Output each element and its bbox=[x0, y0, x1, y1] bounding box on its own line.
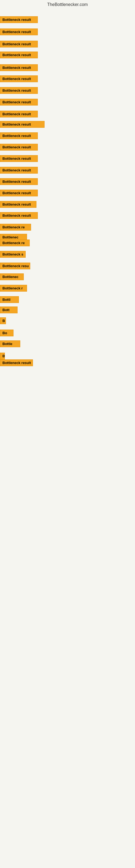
list-item: Bottleneck result bbox=[0, 178, 38, 186]
bottleneck-badge: Bottleneck result bbox=[0, 99, 38, 105]
bottleneck-badge: Bottleneck result bbox=[0, 64, 38, 71]
bottleneck-badge: Bottleneck result bbox=[0, 16, 38, 23]
list-item: Bottleneck result bbox=[0, 190, 38, 197]
list-item: Bottl bbox=[0, 296, 19, 304]
list-item: Bottleneck result bbox=[0, 212, 38, 220]
bottleneck-badge: Bottleneck result bbox=[0, 144, 38, 151]
list-item: B bbox=[0, 317, 6, 325]
bottleneck-list: Bottleneck resultBottleneck resultBottle… bbox=[0, 8, 135, 865]
bottleneck-badge: Bottleneck result bbox=[0, 360, 33, 366]
list-item: Bottleneck s bbox=[0, 251, 26, 259]
list-item: Bottleneck result bbox=[0, 52, 38, 59]
list-item: Bottleneck result bbox=[0, 41, 38, 49]
list-item: Bottle bbox=[0, 340, 20, 348]
list-item: Bott bbox=[0, 307, 17, 314]
list-item: Bottleneck result bbox=[0, 16, 38, 24]
list-item: Bottleneck resu bbox=[0, 262, 30, 271]
list-item: Bottleneck result bbox=[0, 64, 38, 72]
site-title-text: TheBottlenecker.com bbox=[47, 2, 88, 7]
bottleneck-badge: Bottleneck result bbox=[0, 212, 38, 219]
list-item: Bottleneck re bbox=[0, 224, 31, 231]
site-title: TheBottlenecker.com bbox=[0, 0, 135, 8]
bottleneck-badge: Bottleneck result bbox=[0, 132, 38, 139]
bottleneck-badge: B bbox=[0, 352, 5, 360]
bottleneck-badge: Bottleneck result bbox=[0, 190, 38, 196]
list-item: Bottleneck result bbox=[0, 29, 38, 36]
list-item: Bottleneck result bbox=[0, 132, 38, 140]
list-item: Bottleneck re bbox=[0, 240, 30, 247]
bottleneck-badge: Bottleneck result bbox=[0, 41, 38, 48]
bottleneck-badge: Bottleneck s bbox=[0, 251, 26, 258]
bottleneck-badge: Bottleneck result bbox=[0, 29, 38, 35]
bottleneck-badge: Bottleneck result bbox=[0, 178, 38, 185]
bottleneck-badge: Bottleneck result bbox=[0, 111, 38, 118]
list-item: Bottleneck result bbox=[0, 201, 37, 209]
bottleneck-badge: Bottl bbox=[0, 296, 19, 303]
list-item: Bo bbox=[0, 330, 13, 337]
list-item: Bottleneck result bbox=[0, 75, 38, 83]
list-item: Bottleneck result bbox=[0, 111, 38, 119]
bottleneck-badge: Bottleneck result bbox=[0, 201, 37, 208]
bottleneck-badge: Bottleneck result bbox=[0, 121, 45, 128]
bottleneck-badge: Bottleneck result bbox=[0, 155, 38, 162]
bottleneck-badge: Bottleneck result bbox=[0, 52, 38, 58]
list-item: Bottlenec bbox=[0, 273, 24, 281]
list-item: Bottleneck result bbox=[0, 144, 38, 152]
list-item: Bottleneck r bbox=[0, 285, 27, 293]
bottleneck-badge: Bottleneck resu bbox=[0, 262, 30, 269]
list-item: Bottleneck result bbox=[0, 121, 45, 129]
list-item: Bottleneck result bbox=[0, 99, 38, 106]
bottleneck-badge: Bottleneck result bbox=[0, 87, 38, 94]
list-item: Bottleneck result bbox=[0, 360, 33, 367]
list-item: Bottleneck result bbox=[0, 155, 38, 163]
bottleneck-badge: Bottleneck r bbox=[0, 285, 27, 291]
bottleneck-badge: Bottleneck re bbox=[0, 240, 30, 246]
bottleneck-badge: Bottle bbox=[0, 340, 20, 347]
bottleneck-badge: Bottleneck result bbox=[0, 75, 38, 82]
bottleneck-badge: Bottleneck re bbox=[0, 224, 31, 230]
bottleneck-badge: Bott bbox=[0, 307, 17, 313]
list-item: Bottleneck result bbox=[0, 87, 38, 95]
list-item: Bottleneck result bbox=[0, 167, 38, 175]
bottleneck-badge: Bottlenec bbox=[0, 273, 24, 280]
bottleneck-badge: Bottleneck result bbox=[0, 167, 38, 174]
bottleneck-badge: Bo bbox=[0, 330, 13, 336]
bottleneck-badge: B bbox=[0, 317, 6, 324]
